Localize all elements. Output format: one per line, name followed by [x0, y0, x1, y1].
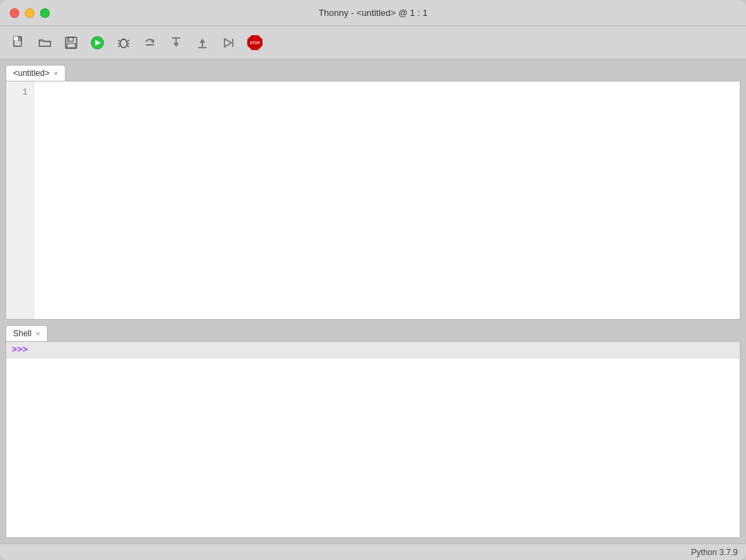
run-icon [90, 35, 105, 50]
stop-icon [247, 35, 262, 50]
svg-marker-18 [173, 43, 179, 47]
run-button[interactable] [86, 31, 109, 55]
python-version: Python 3.7.9 [691, 548, 738, 557]
open-icon [38, 36, 52, 50]
shell-prompt-line[interactable]: >>> [6, 342, 740, 358]
traffic-lights [10, 8, 50, 18]
line-numbers: 1 [6, 81, 34, 319]
shell-tab[interactable]: Shell × [6, 325, 48, 341]
save-icon [64, 36, 78, 50]
line-number-1: 1 [13, 87, 28, 97]
step-into-button[interactable] [164, 31, 188, 55]
editor-pane: <untitled> × 1 [0, 59, 746, 322]
editor-area: 1 [6, 81, 740, 320]
editor-tab-bar: <untitled> × [6, 65, 740, 81]
shell-tab-close[interactable]: × [36, 330, 40, 338]
shell-input[interactable] [29, 345, 734, 355]
close-button[interactable] [10, 8, 19, 18]
new-file-button[interactable] [7, 31, 30, 55]
maximize-button[interactable] [40, 8, 50, 18]
new-file-icon [12, 36, 26, 50]
step-over-icon [143, 36, 157, 50]
editor-tab-untitled[interactable]: <untitled> × [6, 65, 66, 81]
svg-rect-3 [68, 37, 73, 41]
svg-point-8 [120, 39, 127, 48]
debug-icon [117, 36, 131, 50]
shell-pane: Shell × >>> [0, 322, 746, 543]
editor-tab-close[interactable]: × [54, 70, 58, 77]
stop-button[interactable] [243, 31, 267, 55]
shell-prompt: >>> [12, 345, 28, 355]
resume-button[interactable] [217, 31, 240, 55]
step-out-icon [195, 36, 209, 50]
title-bar: Thonny - <untitled> @ 1 : 1 [0, 0, 746, 26]
editor-content[interactable] [34, 81, 740, 319]
open-button[interactable] [33, 31, 57, 55]
save-button[interactable] [59, 31, 83, 55]
main-content: <untitled> × 1 Shell × >>> [0, 59, 746, 543]
step-into-icon [169, 36, 183, 50]
svg-line-9 [118, 40, 120, 41]
shell-tab-bar: Shell × [6, 325, 740, 341]
debug-button[interactable] [112, 31, 135, 55]
svg-marker-23 [224, 39, 231, 47]
shell-output [6, 358, 740, 537]
resume-icon [222, 36, 236, 50]
status-bar: Python 3.7.9 [0, 543, 746, 560]
step-out-button[interactable] [191, 31, 214, 55]
svg-marker-21 [200, 39, 205, 43]
shell-tab-label: Shell [13, 329, 32, 338]
svg-rect-1 [14, 37, 19, 40]
step-over-button[interactable] [138, 31, 162, 55]
shell-area: >>> [6, 341, 740, 538]
svg-rect-4 [67, 44, 75, 48]
svg-line-10 [127, 40, 129, 41]
svg-line-14 [127, 46, 129, 47]
editor-tab-label: <untitled> [13, 68, 50, 78]
svg-line-13 [118, 46, 120, 47]
minimize-button[interactable] [25, 8, 35, 18]
window-title: Thonny - <untitled> @ 1 : 1 [318, 8, 428, 18]
toolbar [0, 26, 746, 59]
